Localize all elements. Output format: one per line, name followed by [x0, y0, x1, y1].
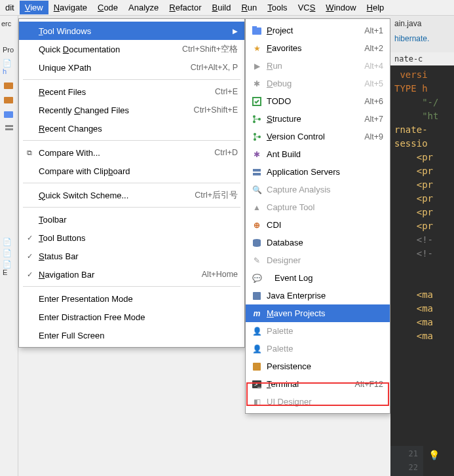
- menu-item[interactable]: ✓Navigation BarAlt+Home: [19, 265, 244, 284]
- check-icon: ✓: [24, 232, 35, 243]
- submenu-item-label: CDI: [267, 220, 383, 230]
- menu-item[interactable]: Unique XPathCtrl+Alt+X, P: [19, 58, 244, 77]
- menu-item[interactable]: Toolbar: [19, 210, 244, 229]
- menu-view[interactable]: View: [20, 1, 48, 14]
- run-icon: ▶: [251, 61, 263, 71]
- submenu-item[interactable]: Persistence: [246, 357, 390, 375]
- menu-tools[interactable]: Tools: [262, 1, 292, 14]
- triangle-icon: ▲: [251, 202, 263, 213]
- shortcut: Ctrl+D: [208, 148, 238, 157]
- tab[interactable]: ain.java: [394, 18, 450, 29]
- line-gutter: 21 22: [390, 446, 423, 476]
- svg-rect-16: [253, 363, 261, 371]
- submenu-item-label: Structure: [267, 114, 364, 124]
- menu-item[interactable]: Enter Full Screen: [19, 326, 244, 344]
- svg-rect-15: [253, 292, 261, 300]
- menu-item[interactable]: Recent Changes: [19, 119, 244, 137]
- menu-item-label: Recent Changes: [39, 124, 238, 134]
- menu-item[interactable]: ✓Status Bar: [19, 247, 244, 265]
- designer-icon: ✎: [251, 255, 263, 266]
- menu-item-label: Compare With...: [39, 148, 208, 158]
- editor-tabs[interactable]: ain.java hibernate.: [390, 16, 454, 52]
- svg-rect-0: [4, 82, 13, 89]
- submenu-item-label: Favorites: [267, 43, 364, 53]
- folder-icon: [4, 95, 14, 105]
- shortcut: Alt+Home: [195, 270, 238, 279]
- persist-icon: [251, 361, 263, 372]
- database-icon: [251, 238, 263, 248]
- folder-icon: [4, 109, 14, 120]
- menu-item-label: Tool Windows: [39, 26, 227, 36]
- menu-svc[interactable]: VCS: [293, 1, 321, 14]
- menu-separator: [23, 286, 240, 287]
- palette-icon: 👤: [251, 326, 263, 337]
- submenu-item: ✱DebugAlt+5: [246, 75, 390, 92]
- file-icon: 📄 h: [0, 58, 18, 77]
- submenu-item-label: Run: [267, 61, 364, 71]
- menu-window[interactable]: Window: [320, 1, 361, 14]
- palette-icon: 👤: [251, 344, 263, 354]
- menu-code[interactable]: Code: [92, 1, 123, 14]
- tool-windows-submenu: ProjectAlt+1★FavoritesAlt+2▶RunAlt+4✱Deb…: [245, 18, 390, 414]
- menu-item[interactable]: ✓Tool Buttons: [19, 229, 244, 247]
- bug-icon: ✱: [251, 79, 263, 89]
- menu-item[interactable]: Recently Changed FilesCtrl+Shift+E: [19, 101, 244, 119]
- svg-rect-13: [253, 173, 261, 175]
- submenu-item[interactable]: StructureAlt+7: [246, 110, 390, 128]
- menu-item[interactable]: Enter Presentation Mode: [19, 289, 244, 308]
- menu-item-label: Navigation Bar: [39, 270, 195, 280]
- ui-icon: ◧: [251, 397, 263, 407]
- submenu-item: ▲Capture Tool: [246, 198, 390, 216]
- menu-refactor[interactable]: Refactor: [164, 1, 206, 14]
- menu-item[interactable]: Quick Switch Scheme...Ctrl+后引号: [19, 186, 244, 204]
- submenu-item[interactable]: ⊕CDI: [246, 216, 390, 234]
- menu-help[interactable]: Help: [362, 1, 390, 14]
- maven-icon: m: [251, 308, 263, 319]
- intention-bulb-icon[interactable]: 💡: [428, 450, 440, 460]
- menu-item[interactable]: Quick DocumentationCtrl+Shift+空格: [19, 40, 244, 58]
- menu-item[interactable]: Enter Distraction Free Mode: [19, 308, 244, 326]
- submenu-item[interactable]: mMaven Projects: [246, 304, 390, 322]
- shortcut: Alt+5: [364, 79, 383, 88]
- submenu-item-label: Debug: [267, 79, 364, 88]
- menu-navigate[interactable]: Navigate: [48, 1, 92, 14]
- svg-rect-1: [4, 97, 13, 103]
- submenu-item[interactable]: Application Servers: [246, 163, 390, 181]
- menu-run[interactable]: Run: [236, 1, 262, 14]
- submenu-item-label: TODO: [267, 96, 364, 106]
- submenu-item: ◧UI Designer: [246, 393, 390, 411]
- menu-item-label: Recently Changed Files: [39, 105, 187, 115]
- submenu-item: 👤Palette: [246, 340, 390, 357]
- shortcut: Ctrl+Shift+E: [187, 105, 238, 115]
- submenu-item[interactable]: ★FavoritesAlt+2: [246, 39, 390, 57]
- submenu-item-label: Designer: [267, 255, 383, 265]
- menu-item[interactable]: Recent FilesCtrl+E: [19, 82, 244, 101]
- submenu-item[interactable]: Database: [246, 234, 390, 251]
- collapse-icon[interactable]: [4, 124, 14, 134]
- tab[interactable]: hibernate.: [394, 33, 450, 45]
- breadcrumb[interactable]: nate-c: [390, 52, 454, 65]
- server-icon: [251, 167, 263, 177]
- submenu-item-label: Version Control: [267, 132, 364, 141]
- submenu-item-label: Event Log: [274, 273, 383, 283]
- submenu-item-label: Maven Projects: [267, 308, 383, 318]
- submenu-item[interactable]: >_TerminalAlt+F12: [246, 375, 390, 393]
- shortcut: Alt+1: [364, 26, 383, 35]
- submenu-item[interactable]: ✱Ant Build: [246, 145, 390, 163]
- submenu-item[interactable]: ProjectAlt+1: [246, 22, 390, 39]
- menu-build[interactable]: Build: [206, 1, 236, 14]
- menu-analyze[interactable]: Analyze: [123, 1, 164, 14]
- view-menu: Tool Windows▶Quick DocumentationCtrl+Shi…: [18, 18, 245, 348]
- menu-item[interactable]: Tool Windows▶: [19, 22, 244, 40]
- submenu-item[interactable]: 💬Event Log: [246, 269, 390, 287]
- menu-item[interactable]: ⧉Compare With...Ctrl+D: [19, 143, 244, 162]
- submenu-item[interactable]: Java Enterprise: [246, 287, 390, 304]
- menu-item[interactable]: Compare with Clipboard: [19, 162, 244, 180]
- code-content[interactable]: versiTYPE h "-/ "htrnate-sessio <pr <pr …: [390, 65, 454, 346]
- shortcut: Ctrl+Shift+空格: [176, 44, 238, 55]
- shortcut: Alt+4: [364, 62, 383, 71]
- menu-dit[interactable]: dit: [0, 1, 20, 14]
- cdi-icon: ⊕: [251, 220, 263, 230]
- submenu-item[interactable]: Version ControlAlt+9: [246, 128, 390, 145]
- submenu-item[interactable]: TODOAlt+6: [246, 92, 390, 110]
